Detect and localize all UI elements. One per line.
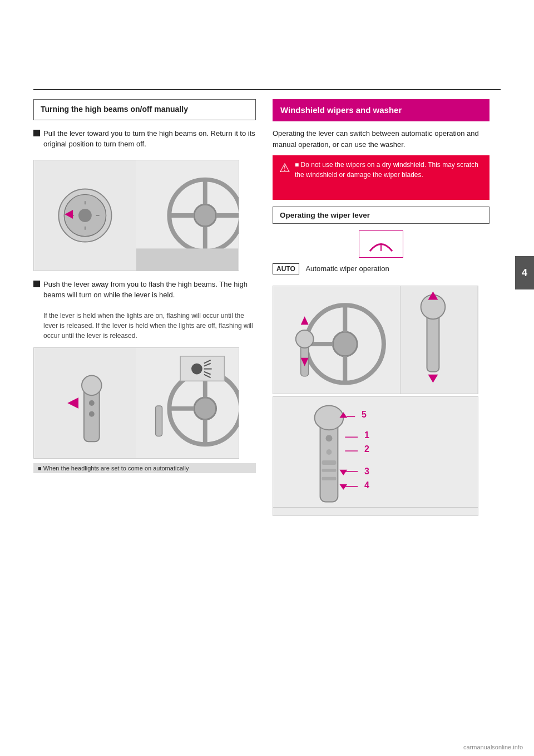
watermark: carmanualsonline.info [463, 744, 523, 750]
svg-text:2: 2 [364, 444, 369, 454]
svg-rect-64 [322, 477, 337, 480]
warning-text: ■ Do not use the wipers on a dry windshi… [295, 160, 483, 180]
warning-box: ⚠ ■ Do not use the wipers on a dry winds… [273, 155, 490, 200]
intro-text: Operating the lever can switch between a… [273, 128, 490, 150]
image-right-top [273, 286, 478, 394]
left-column: Turning the high beams on/off manually P… [33, 90, 267, 516]
watermark-text: carmanualsonline.info [463, 744, 523, 750]
svg-rect-31 [156, 406, 162, 436]
subsection-header-text: Operating the wiper lever [280, 211, 370, 219]
svg-point-61 [326, 449, 332, 455]
svg-rect-63 [322, 469, 337, 472]
main-content: Turning the high beams on/off manually P… [33, 90, 501, 516]
bullet-item-2: Push the lever away from you to flash th… [33, 279, 256, 306]
svg-text:4: 4 [364, 480, 369, 490]
svg-point-43 [333, 332, 357, 356]
svg-rect-17 [136, 248, 238, 271]
wiper-icon-box [273, 230, 490, 258]
right-section-header: Windshield wipers and washer [273, 99, 490, 121]
bullet-text-2: Push the lever away from you to flash th… [43, 279, 256, 301]
wiper-symbol-svg [367, 234, 395, 254]
diagram-svg-left-bottom [34, 348, 239, 458]
svg-point-23 [89, 411, 95, 416]
left-bottom-image-container: ■ When the headlights are set to come on… [33, 347, 256, 473]
warning-icon: ⚠ [279, 161, 290, 175]
right-images: 5 1 2 3 4 [273, 286, 490, 516]
bullet-item-1: Pull the lever toward you to turn the hi… [33, 128, 256, 155]
svg-point-27 [194, 397, 216, 420]
image-left-bottom [33, 347, 239, 459]
svg-rect-57 [273, 397, 478, 516]
svg-point-33 [191, 363, 202, 374]
bullet-square-1 [33, 130, 40, 136]
auto-badge: AUTO [273, 263, 299, 274]
top-spacer [0, 0, 534, 89]
section-number: 4 [522, 267, 527, 279]
auto-badge-container: AUTO Automatic wiper operation [273, 263, 490, 280]
bullet-extra-text: If the lever is held when the lights are… [43, 311, 256, 341]
bullet-square-2 [33, 281, 40, 287]
auto-description: Automatic wiper operation [305, 264, 389, 273]
svg-rect-32 [180, 356, 224, 381]
image-right-bottom: 5 1 2 3 4 [273, 396, 478, 516]
bullet-text-1: Pull the lever toward you to turn the hi… [43, 128, 256, 150]
svg-text:1: 1 [364, 430, 369, 440]
caption-text: ■ When the headlights are set to come on… [38, 465, 189, 472]
svg-point-4 [78, 209, 92, 222]
left-section-header-text: Turning the high beams on/off manually [41, 105, 188, 114]
page-container: Turning the high beams on/off manually P… [0, 0, 534, 756]
svg-text:3: 3 [364, 467, 369, 476]
left-section-header: Turning the high beams on/off manually [33, 99, 256, 120]
section-tab: 4 [515, 256, 534, 289]
image-left-top [33, 160, 239, 271]
diagram-svg-right-top [273, 286, 478, 394]
svg-point-22 [89, 400, 95, 406]
svg-point-60 [325, 435, 332, 441]
subsection-header: Operating the wiper lever [273, 207, 490, 224]
wiper-icon-inner [359, 230, 403, 258]
right-section-header-text: Windshield wipers and washer [280, 105, 402, 115]
svg-text:5: 5 [362, 410, 367, 420]
svg-point-59 [315, 406, 344, 430]
svg-point-48 [296, 330, 314, 348]
svg-point-12 [194, 204, 216, 227]
svg-rect-62 [322, 460, 337, 465]
svg-point-21 [82, 375, 102, 395]
right-column: Windshield wipers and washer Operating t… [267, 90, 490, 516]
diagram-svg-left-top [34, 160, 239, 271]
caption-bar: ■ When the headlights are set to come on… [33, 463, 256, 473]
diagram-svg-right-bottom: 5 1 2 3 4 [273, 396, 478, 516]
